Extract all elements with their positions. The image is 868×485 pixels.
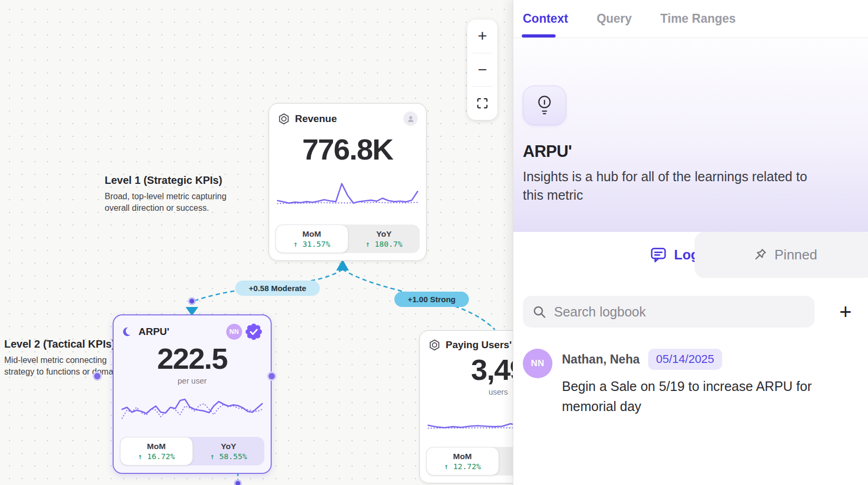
level-2-annotation: Level 2 (Tactical KPIs) Mid-level metric… — [4, 338, 126, 378]
canvas-zoom-controls: + − — [467, 20, 497, 120]
period-toggle: MoM ↑ 12.72% YoY — [426, 447, 513, 475]
yoy-label: YoY — [221, 442, 236, 451]
lightbulb-icon — [534, 94, 555, 117]
period-toggle: MoM ↑ 31.57% YoY ↑ 180.7% — [275, 225, 420, 253]
mom-segment[interactable]: MoM ↑ 16.72% — [120, 437, 193, 465]
mom-value: ↑ 16.72% — [138, 452, 175, 461]
edge-endpoint-dot — [189, 298, 195, 304]
metric-unit: per user — [114, 376, 271, 385]
search-logbook-input[interactable]: Search logbook — [523, 296, 815, 328]
crescent-moon-icon — [122, 326, 134, 338]
logbook-toolbar: Search logbook + — [523, 296, 859, 328]
active-tab-indicator — [522, 34, 556, 38]
mom-label: MoM — [453, 452, 472, 461]
owner-avatar-icon[interactable] — [403, 111, 418, 126]
metric-value: 776.8K — [269, 133, 426, 166]
level-1-desc-line1: Broad, top-level metric capturing — [105, 192, 226, 201]
mom-label: MoM — [302, 229, 321, 239]
metric-card-arpu[interactable]: ARPU' NN 222.5 per user MoM ↑ 16.72% — [113, 314, 272, 474]
level-1-desc-line2: overall direction or success. — [105, 203, 209, 212]
entry-date-badge[interactable]: 05/14/2025 — [648, 349, 722, 370]
panel-metric-description: Insights is a hub for all of the learnin… — [523, 167, 827, 204]
metric-context-header: ARPU' Insights is a hub for all of the l… — [513, 38, 868, 232]
zoom-in-button[interactable]: + — [467, 20, 497, 53]
fit-view-icon — [477, 98, 488, 109]
panel-tab-bar: Context Query Time Ranges — [513, 0, 868, 38]
pin-icon — [752, 247, 768, 263]
entry-avatar: NN — [523, 349, 552, 378]
logbook-comment-icon — [650, 246, 667, 264]
mom-segment[interactable]: MoM ↑ 31.57% — [275, 225, 348, 253]
yoy-label: YoY — [376, 229, 392, 239]
yoy-value: ↑ 58.55% — [210, 452, 247, 461]
edge-endpoint-dot — [235, 480, 241, 485]
mom-value: ↑ 31.57% — [293, 240, 330, 248]
level-2-title: Level 2 (Tactical KPIs) — [4, 338, 126, 350]
tab-query[interactable]: Query — [597, 12, 632, 26]
assignee-avatar[interactable]: NN — [226, 324, 242, 340]
search-placeholder: Search logbook — [554, 304, 646, 320]
person-icon — [406, 114, 415, 124]
entry-text: Begin a Sale on 5/19 to increase ARPU fo… — [562, 376, 826, 416]
revenue-sparkline — [275, 179, 420, 208]
yoy-segment[interactable]: YoY — [499, 447, 514, 475]
mom-label: MoM — [147, 442, 165, 451]
entry-author: Nathan, Neha — [562, 352, 640, 367]
yoy-value: ↑ 180.7% — [365, 240, 402, 248]
subtab-pinned[interactable]: Pinned — [695, 232, 868, 278]
metric-hexagon-icon — [428, 339, 441, 351]
search-icon — [532, 305, 547, 319]
correlation-label-strong[interactable]: +1.00 Strong — [394, 292, 469, 307]
level-2-desc-line1: Mid-level metric connecting — [4, 356, 107, 365]
card-title: Revenue — [295, 113, 337, 125]
correlation-label-moderate[interactable]: +0.58 Moderate — [235, 281, 320, 296]
add-log-entry-button[interactable]: + — [839, 301, 852, 322]
mom-segment[interactable]: MoM ↑ 12.72% — [426, 447, 499, 475]
metric-tree-canvas[interactable]: Level 1 (Strategic KPIs) Broad, top-leve… — [0, 0, 513, 485]
metric-value: 3,49 — [420, 353, 513, 386]
metric-card-paying-users[interactable]: Paying Users' 3,49 users MoM ↑ 12.72% Yo… — [419, 330, 513, 483]
insight-tile — [523, 86, 566, 125]
metric-hexagon-icon — [278, 113, 290, 125]
tab-context[interactable]: Context — [523, 12, 568, 26]
arpu-sparkline — [120, 393, 264, 422]
period-toggle: MoM ↑ 16.72% YoY ↑ 58.55% — [120, 437, 264, 465]
level-2-desc-line2: strategy to functions or domains. — [4, 367, 126, 376]
arpu-right-handle[interactable] — [269, 373, 275, 379]
logbook-entry[interactable]: NN Nathan, Neha 05/14/2025 Begin a Sale … — [523, 349, 859, 416]
mom-value: ↑ 12.72% — [444, 462, 481, 471]
paying-users-sparkline — [426, 404, 513, 433]
arrowhead-into-revenue — [336, 259, 349, 271]
fit-view-button[interactable] — [467, 87, 497, 120]
verified-badge-icon[interactable] — [245, 323, 262, 340]
card-title: Paying Users' — [446, 339, 512, 351]
context-panel: Context Query Time Ranges ARPU' Insights… — [513, 0, 868, 485]
yoy-segment[interactable]: YoY ↑ 58.55% — [193, 437, 265, 465]
subtab-pinned-label: Pinned — [774, 247, 817, 263]
metric-card-revenue[interactable]: Revenue 776.8K MoM ↑ 31.57% YoY ↑ 180.7% — [269, 103, 427, 261]
yoy-segment[interactable]: YoY ↑ 180.7% — [348, 225, 420, 253]
zoom-out-button[interactable]: − — [467, 53, 497, 87]
arpu-left-handle[interactable] — [94, 373, 100, 379]
tab-time-ranges[interactable]: Time Ranges — [660, 12, 736, 26]
card-title: ARPU' — [138, 326, 169, 338]
level-1-annotation: Level 1 (Strategic KPIs) Broad, top-leve… — [105, 174, 226, 214]
logbook-pinned-tabs: Logbook Pinned — [513, 232, 868, 278]
panel-metric-title: ARPU' — [523, 142, 859, 161]
metric-unit: users — [420, 387, 513, 396]
level-1-title: Level 1 (Strategic KPIs) — [105, 174, 226, 186]
metric-value: 222.5 — [114, 342, 271, 375]
